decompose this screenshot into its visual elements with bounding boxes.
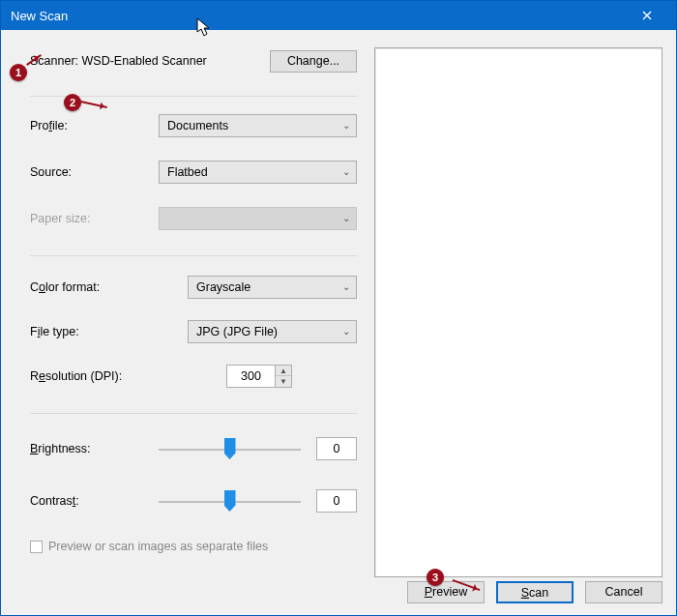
profile-combo[interactable]: Documents ⌄: [159, 114, 357, 137]
chevron-down-icon: ⌄: [342, 161, 350, 183]
contrast-slider[interactable]: [159, 489, 301, 513]
spinner-up-icon[interactable]: ▲: [276, 366, 291, 376]
separate-files-checkbox: [30, 541, 43, 553]
paper-size-combo: ⌄: [159, 207, 357, 230]
annotation-badge-3: 3: [427, 569, 444, 586]
source-row: Source: Flatbed ⌄: [30, 159, 357, 186]
resolution-label: Resolution (DPI):: [30, 369, 180, 383]
resolution-row: Resolution (DPI): 300 ▲ ▼: [30, 363, 357, 390]
resolution-stepper[interactable]: 300 ▲ ▼: [226, 365, 292, 388]
paper-size-label: Paper size:: [30, 212, 151, 225]
separate-files-label: Preview or scan images as separate files: [48, 540, 268, 553]
profile-label: Profile:: [30, 119, 151, 132]
spinner-down-icon[interactable]: ▼: [276, 376, 291, 387]
titlebar: New Scan: [1, 1, 676, 30]
file-type-label: File type:: [30, 325, 180, 338]
color-format-combo[interactable]: Grayscale ⌄: [188, 276, 357, 299]
contrast-row: Contrast: 0: [30, 487, 357, 514]
paper-size-row: Paper size: ⌄: [30, 205, 357, 232]
spinner-buttons: ▲ ▼: [275, 365, 292, 388]
resolution-value[interactable]: 300: [226, 365, 275, 388]
contrast-value[interactable]: 0: [316, 489, 357, 513]
annotation-badge-1: 1: [10, 64, 27, 81]
dialog-body: Scanner: WSD-Enabled Scanner Change... 1…: [1, 30, 676, 615]
scanner-label: Scanner: WSD-Enabled Scanner: [30, 54, 207, 68]
source-value: Flatbed: [167, 165, 208, 179]
preview-button[interactable]: Preview: [407, 581, 485, 603]
brightness-row: Brightness: 0: [30, 435, 357, 462]
file-type-combo[interactable]: JPG (JPG File) ⌄: [188, 320, 357, 343]
slider-thumb-icon[interactable]: [224, 438, 236, 459]
chevron-down-icon: ⌄: [342, 321, 350, 342]
source-combo[interactable]: Flatbed ⌄: [159, 161, 357, 184]
change-scanner-button[interactable]: Change...: [270, 50, 357, 73]
annotation-arrow-2: [80, 101, 107, 108]
profile-value: Documents: [167, 119, 228, 132]
preview-pane: [374, 47, 662, 577]
dialog-footer: Preview Scan Cancel: [407, 581, 662, 603]
settings-column: Scanner: WSD-Enabled Scanner Change... 1…: [30, 47, 374, 615]
source-label: Source:: [30, 165, 151, 179]
file-type-value: JPG (JPG File): [196, 325, 278, 338]
close-icon: [642, 11, 652, 20]
scanner-row: Scanner: WSD-Enabled Scanner Change...: [30, 47, 357, 74]
brightness-slider[interactable]: [159, 437, 301, 460]
profile-row: Profile: Documents ⌄: [30, 112, 357, 139]
divider: [30, 413, 357, 414]
contrast-label: Contrast:: [30, 494, 151, 508]
cancel-button[interactable]: Cancel: [585, 581, 662, 603]
color-format-label: Color format:: [30, 280, 180, 294]
scan-button[interactable]: Scan: [496, 581, 574, 603]
new-scan-window: New Scan Scanner: WSD-Enabled Scanner Ch…: [0, 0, 677, 616]
brightness-label: Brightness:: [30, 442, 151, 455]
slider-thumb-icon[interactable]: [224, 490, 236, 512]
window-title: New Scan: [11, 9, 628, 23]
brightness-value[interactable]: 0: [316, 437, 357, 460]
color-format-row: Color format: Grayscale ⌄: [30, 274, 357, 301]
divider: [30, 255, 357, 256]
chevron-down-icon: ⌄: [342, 115, 350, 136]
separate-files-row: Preview or scan images as separate files: [30, 540, 357, 553]
color-format-value: Grayscale: [196, 280, 250, 294]
close-button[interactable]: [628, 1, 666, 30]
file-type-row: File type: JPG (JPG File) ⌄: [30, 318, 357, 345]
chevron-down-icon: ⌄: [342, 208, 350, 229]
annotation-badge-2: 2: [64, 94, 81, 111]
chevron-down-icon: ⌄: [342, 277, 350, 298]
